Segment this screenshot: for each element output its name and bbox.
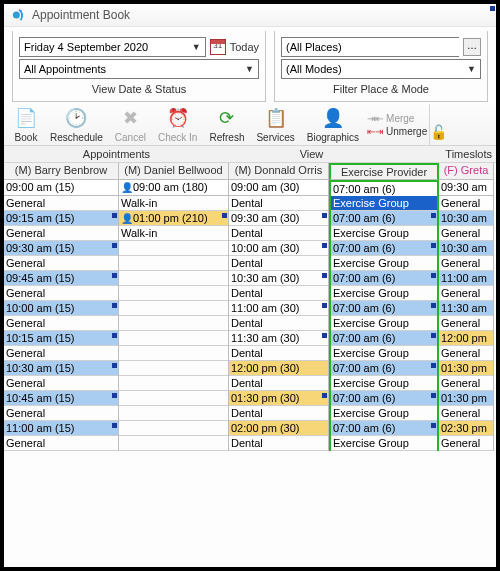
modes-filter[interactable]: (All Modes) ▼ — [281, 59, 481, 79]
category-cell[interactable]: Exercise Group — [331, 406, 437, 421]
time-cell[interactable]: 07:00 am (6) — [331, 421, 437, 436]
time-cell[interactable]: 07:00 am (6) — [331, 301, 437, 316]
category-cell[interactable] — [119, 346, 228, 361]
category-cell[interactable]: Walk-in — [119, 196, 228, 211]
category-cell[interactable]: Dental — [229, 406, 328, 421]
time-cell[interactable]: 10:00 am (15) — [4, 301, 118, 316]
time-cell[interactable]: 10:30 am (15) — [4, 361, 118, 376]
category-cell[interactable]: General — [4, 316, 118, 331]
time-cell[interactable] — [119, 331, 228, 346]
time-cell[interactable]: 10:45 am (15) — [4, 391, 118, 406]
provider-header[interactable]: (M) Daniel Bellwood — [119, 163, 229, 180]
time-cell[interactable]: 07:00 am (6) — [331, 241, 437, 256]
category-cell[interactable]: Exercise Group — [331, 346, 437, 361]
book-button[interactable]: 📄 Book — [8, 104, 44, 145]
time-cell[interactable] — [119, 391, 228, 406]
time-cell[interactable]: 11:30 am (30) — [229, 331, 328, 346]
time-cell[interactable]: 11:00 am (15) — [4, 421, 118, 436]
time-cell[interactable]: 01:30 pm — [439, 391, 493, 406]
category-cell[interactable] — [119, 406, 228, 421]
provider-header-selected[interactable]: Exercise Provider — [329, 163, 439, 180]
time-cell[interactable]: 12:00 pm (30) — [229, 361, 328, 376]
category-cell[interactable]: General — [4, 256, 118, 271]
time-cell[interactable]: 07:00 am (6) — [331, 271, 437, 286]
category-cell[interactable]: General — [439, 376, 493, 391]
category-cell[interactable]: Exercise Group — [331, 256, 437, 271]
category-cell[interactable]: Dental — [229, 346, 328, 361]
time-cell[interactable]: 07:00 am (6) — [331, 361, 437, 376]
category-cell[interactable]: Dental — [229, 226, 328, 241]
time-cell[interactable]: 01:30 pm (30) — [229, 391, 328, 406]
provider-header[interactable]: (M) Donnald Orris — [229, 163, 329, 180]
time-cell[interactable] — [119, 301, 228, 316]
time-header[interactable]: 07:00 am (6) — [329, 180, 439, 196]
time-cell[interactable]: 10:30 am — [439, 241, 493, 256]
time-cell[interactable]: 09:30 am (15) — [4, 241, 118, 256]
category-cell[interactable]: Walk-in — [119, 226, 228, 241]
places-browse-button[interactable]: … — [463, 38, 481, 56]
time-cell[interactable]: 02:00 pm (30) — [229, 421, 328, 436]
time-header[interactable]: 09:00 am (30) — [229, 180, 329, 196]
biographics-button[interactable]: 👤 Biographics — [301, 104, 365, 145]
time-cell[interactable]: 10:30 am (30) — [229, 271, 328, 286]
time-cell[interactable] — [119, 361, 228, 376]
category-cell[interactable]: Exercise Group — [331, 316, 437, 331]
lock-open-icon[interactable]: 🔓 — [430, 124, 447, 140]
category-cell[interactable]: General — [4, 346, 118, 361]
places-filter[interactable]: (All Places) — [281, 37, 459, 57]
category-cell[interactable]: General — [439, 346, 493, 361]
category-cell[interactable]: General — [439, 196, 493, 211]
category-cell[interactable]: General — [4, 436, 118, 451]
category-cell[interactable]: General — [439, 286, 493, 301]
time-cell[interactable]: 10:15 am (15) — [4, 331, 118, 346]
category-cell[interactable]: General — [439, 226, 493, 241]
category-cell[interactable]: General — [4, 196, 118, 211]
time-cell[interactable]: 👤01:00 pm (210) — [119, 211, 228, 226]
reschedule-button[interactable]: 🕑 Reschedule — [44, 104, 109, 145]
time-cell[interactable]: 01:30 pm — [439, 361, 493, 376]
time-cell[interactable]: 10:00 am (30) — [229, 241, 328, 256]
category-cell[interactable]: General — [439, 316, 493, 331]
time-cell[interactable]: 07:00 am (6) — [331, 391, 437, 406]
time-cell[interactable] — [119, 421, 228, 436]
services-button[interactable]: 📋 Services — [250, 104, 300, 145]
category-cell[interactable] — [119, 256, 228, 271]
time-cell[interactable]: 07:00 am (6) — [331, 211, 437, 226]
time-cell[interactable]: 10:30 am — [439, 211, 493, 226]
category-cell[interactable] — [119, 376, 228, 391]
today-button[interactable]: 31 Today — [210, 39, 259, 55]
time-cell[interactable]: 09:15 am (15) — [4, 211, 118, 226]
category-cell[interactable] — [119, 286, 228, 301]
category-cell[interactable]: Dental — [229, 256, 328, 271]
time-header[interactable]: 09:00 am (15) — [4, 180, 119, 196]
time-cell[interactable]: 09:30 am (30) — [229, 211, 328, 226]
category-cell[interactable]: Dental — [229, 196, 328, 211]
category-cell[interactable]: General — [4, 226, 118, 241]
category-cell[interactable]: General — [4, 286, 118, 301]
category-cell[interactable]: Exercise Group — [331, 196, 437, 211]
time-cell[interactable] — [119, 241, 228, 256]
category-cell[interactable]: General — [4, 406, 118, 421]
category-cell[interactable]: Dental — [229, 316, 328, 331]
category-cell[interactable] — [119, 316, 228, 331]
category-cell[interactable]: Exercise Group — [331, 286, 437, 301]
category-cell[interactable]: Exercise Group — [331, 436, 437, 451]
time-cell[interactable]: 02:30 pm — [439, 421, 493, 436]
category-cell[interactable]: Dental — [229, 376, 328, 391]
time-cell[interactable]: 12:00 pm — [439, 331, 493, 346]
category-cell[interactable]: Exercise Group — [331, 226, 437, 241]
category-cell[interactable]: Exercise Group — [331, 376, 437, 391]
time-header[interactable]: 👤09:00 am (180) — [119, 180, 229, 196]
time-header[interactable]: 09:30 am — [439, 180, 494, 196]
category-cell[interactable]: Dental — [229, 286, 328, 301]
appointments-filter[interactable]: All Appointments ▼ — [19, 59, 259, 79]
category-cell[interactable]: Dental — [229, 436, 328, 451]
unmerge-button[interactable]: ⇤⇥ Unmerge — [367, 126, 427, 137]
category-cell[interactable]: General — [439, 256, 493, 271]
provider-header[interactable]: (F) Greta — [439, 163, 494, 180]
date-picker[interactable]: Friday 4 September 2020 ▼ — [19, 37, 206, 57]
time-cell[interactable]: 09:45 am (15) — [4, 271, 118, 286]
category-cell[interactable]: General — [4, 376, 118, 391]
time-cell[interactable] — [119, 271, 228, 286]
time-cell[interactable]: 11:00 am (30) — [229, 301, 328, 316]
